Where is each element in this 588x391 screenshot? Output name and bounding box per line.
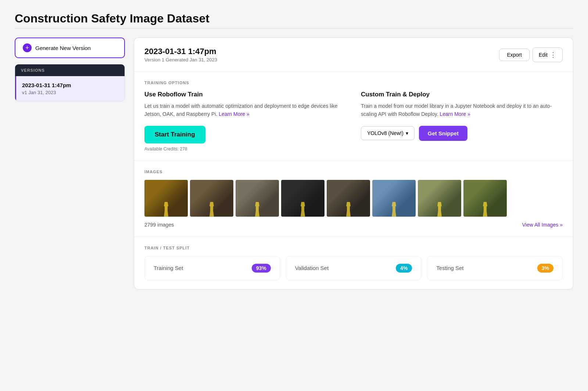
image-thumb-2[interactable]	[190, 180, 233, 217]
training-set-card: Training Set 93%	[144, 256, 280, 280]
export-button[interactable]: Export	[499, 49, 529, 61]
testing-set-badge: 3%	[537, 264, 553, 273]
testing-set-label: Testing Set	[436, 265, 463, 271]
version-subtitle: Version 1 Generated Jan 31, 2023	[144, 57, 217, 63]
custom-learn-more-link[interactable]: Learn More »	[440, 111, 470, 117]
generate-new-version-button[interactable]: + Generate New Version	[15, 38, 125, 58]
header-left: 2023-01-31 1:47pm Version 1 Generated Ja…	[144, 47, 217, 63]
images-section: IMAGES 2799 images View All Images »	[134, 161, 573, 237]
page-divider	[15, 28, 573, 29]
images-footer: 2799 images View All Images »	[144, 222, 563, 228]
version-item-subtitle: v1 Jan 31, 2023	[22, 90, 119, 95]
main-content: 2023-01-31 1:47pm Version 1 Generated Ja…	[134, 38, 573, 289]
validation-set-badge: 4%	[396, 264, 412, 273]
page-title: Construction Safety Image Dataset	[15, 12, 573, 25]
custom-train-title: Custom Train & Deploy	[361, 91, 563, 98]
versions-panel: VERSIONS 2023-01-31 1:47pm v1 Jan 31, 20…	[15, 64, 125, 102]
images-grid	[144, 180, 563, 217]
chevron-down-icon: ▾	[406, 130, 408, 136]
get-snippet-button[interactable]: Get Snippet	[419, 126, 467, 141]
model-select-dropdown[interactable]: YOLOv8 (New!) ▾	[361, 126, 415, 140]
training-section: TRAINING OPTIONS Use Roboflow Train Let …	[134, 72, 573, 161]
testing-set-card: Testing Set 3%	[427, 256, 563, 280]
generate-btn-label: Generate New Version	[35, 45, 91, 51]
version-date: 2023-01-31 1:47pm	[144, 47, 217, 56]
image-thumb-3[interactable]	[236, 180, 279, 217]
version-item-title: 2023-01-31 1:47pm	[22, 82, 119, 88]
edit-button[interactable]: Edit ⋮	[533, 47, 563, 62]
roboflow-train-title: Use Roboflow Train	[144, 91, 346, 98]
custom-train-option: Custom Train & Deploy Train a model from…	[361, 91, 563, 152]
roboflow-learn-more-link[interactable]: Learn More »	[219, 111, 249, 117]
roboflow-train-desc: Let us train a model with automatic opti…	[144, 102, 346, 118]
image-thumb-6[interactable]	[372, 180, 416, 217]
validation-set-label: Validation Set	[295, 265, 329, 271]
sidebar: + Generate New Version VERSIONS 2023-01-…	[15, 38, 125, 102]
image-thumb-5[interactable]	[327, 180, 370, 217]
image-thumb-7[interactable]	[418, 180, 461, 217]
view-all-images-link[interactable]: View All Images »	[522, 222, 563, 228]
more-options-icon[interactable]: ⋮	[550, 51, 556, 59]
header-actions: Export Edit ⋮	[499, 47, 563, 62]
image-thumb-8[interactable]	[463, 180, 507, 217]
model-select-label: YOLOv8 (New!)	[367, 130, 404, 136]
training-set-label: Training Set	[154, 265, 183, 271]
edit-label: Edit	[539, 52, 548, 58]
training-section-label: TRAINING OPTIONS	[144, 81, 563, 85]
validation-set-card: Validation Set 4%	[286, 256, 422, 280]
plus-icon: +	[23, 43, 32, 52]
start-training-button[interactable]: Start Training	[144, 126, 205, 143]
versions-header: VERSIONS	[15, 64, 125, 76]
training-set-badge: 93%	[252, 264, 271, 273]
credits-text: Available Credits: 278	[144, 146, 346, 152]
split-cards: Training Set 93% Validation Set 4% Testi…	[144, 256, 563, 280]
image-thumb-1[interactable]	[144, 180, 188, 217]
image-thumb-4[interactable]	[281, 180, 325, 217]
roboflow-train-option: Use Roboflow Train Let us train a model …	[144, 91, 346, 152]
version-item[interactable]: 2023-01-31 1:47pm v1 Jan 31, 2023	[15, 76, 125, 101]
split-section-label: TRAIN / TEST SPLIT	[144, 246, 563, 250]
content-header: 2023-01-31 1:47pm Version 1 Generated Ja…	[134, 38, 573, 72]
custom-train-desc: Train a model from our model library in …	[361, 102, 563, 118]
custom-train-controls: YOLOv8 (New!) ▾ Get Snippet	[361, 126, 563, 141]
images-count: 2799 images	[144, 222, 174, 228]
images-section-label: IMAGES	[144, 170, 563, 174]
split-section: TRAIN / TEST SPLIT Training Set 93% Vali…	[134, 237, 573, 289]
training-options: Use Roboflow Train Let us train a model …	[144, 91, 563, 152]
